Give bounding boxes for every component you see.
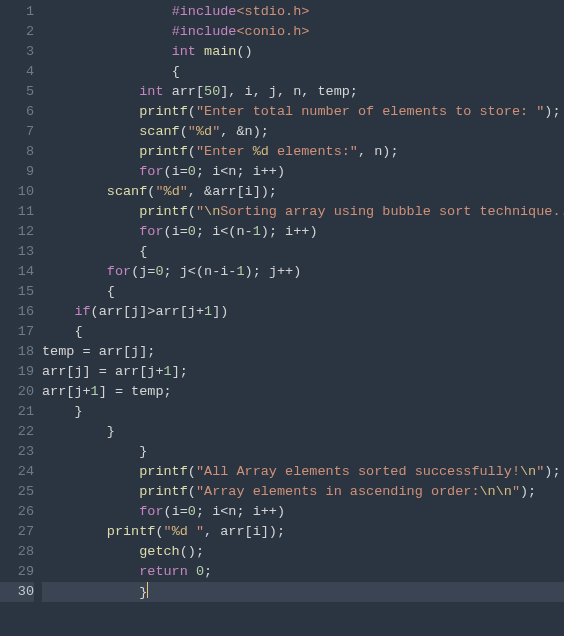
line-number: 6: [0, 102, 34, 122]
line-number: 19: [0, 362, 34, 382]
code-line[interactable]: printf("Enter total number of elements t…: [42, 102, 564, 122]
code-line[interactable]: {: [42, 242, 564, 262]
code-line[interactable]: getch();: [42, 542, 564, 562]
code-line[interactable]: for(i=0; i<(n-1); i++): [42, 222, 564, 242]
line-number: 25: [0, 482, 34, 502]
line-number: 13: [0, 242, 34, 262]
code-area[interactable]: #include<stdio.h> #include<conio.h> int …: [42, 2, 564, 636]
line-number: 14: [0, 262, 34, 282]
code-line[interactable]: int arr[50], i, j, n, temp;: [42, 82, 564, 102]
code-line[interactable]: }: [42, 422, 564, 442]
line-number: 8: [0, 142, 34, 162]
line-number: 4: [0, 62, 34, 82]
code-line[interactable]: printf("\nSorting array using bubble sor…: [42, 202, 564, 222]
line-number: 1: [0, 2, 34, 22]
code-line[interactable]: printf("%d ", arr[i]);: [42, 522, 564, 542]
line-number: 16: [0, 302, 34, 322]
line-number: 23: [0, 442, 34, 462]
code-line[interactable]: for(i=0; i<n; i++): [42, 162, 564, 182]
line-number: 10: [0, 182, 34, 202]
code-line[interactable]: {: [42, 322, 564, 342]
text-cursor: [147, 582, 148, 598]
code-line[interactable]: arr[j+1] = temp;: [42, 382, 564, 402]
code-line[interactable]: for(j=0; j<(n-i-1); j++): [42, 262, 564, 282]
code-line[interactable]: printf("Enter %d elements:", n);: [42, 142, 564, 162]
code-line[interactable]: }: [42, 402, 564, 422]
code-line[interactable]: return 0;: [42, 562, 564, 582]
line-number: 5: [0, 82, 34, 102]
code-line[interactable]: {: [42, 62, 564, 82]
code-line[interactable]: arr[j] = arr[j+1];: [42, 362, 564, 382]
code-line[interactable]: }: [42, 442, 564, 462]
line-number: 27: [0, 522, 34, 542]
code-line[interactable]: {: [42, 282, 564, 302]
line-number: 26: [0, 502, 34, 522]
line-number: 15: [0, 282, 34, 302]
line-number: 9: [0, 162, 34, 182]
line-number: 29: [0, 562, 34, 582]
line-number: 24: [0, 462, 34, 482]
line-number: 3: [0, 42, 34, 62]
line-number: 30: [0, 582, 34, 602]
line-number: 2: [0, 22, 34, 42]
line-number-gutter: 1234567891011121314151617181920212223242…: [0, 2, 42, 636]
code-line[interactable]: for(i=0; i<n; i++): [42, 502, 564, 522]
line-number: 7: [0, 122, 34, 142]
code-line[interactable]: #include<stdio.h>: [42, 2, 564, 22]
code-line[interactable]: #include<conio.h>: [42, 22, 564, 42]
code-line[interactable]: printf("All Array elements sorted succes…: [42, 462, 564, 482]
line-number: 21: [0, 402, 34, 422]
code-line[interactable]: int main(): [42, 42, 564, 62]
line-number: 28: [0, 542, 34, 562]
line-number: 12: [0, 222, 34, 242]
line-number: 20: [0, 382, 34, 402]
line-number: 11: [0, 202, 34, 222]
code-line[interactable]: scanf("%d", &n);: [42, 122, 564, 142]
code-editor[interactable]: 1234567891011121314151617181920212223242…: [0, 0, 564, 636]
code-line[interactable]: printf("Array elements in ascending orde…: [42, 482, 564, 502]
code-line[interactable]: temp = arr[j];: [42, 342, 564, 362]
code-line[interactable]: scanf("%d", &arr[i]);: [42, 182, 564, 202]
line-number: 18: [0, 342, 34, 362]
code-line[interactable]: if(arr[j]>arr[j+1]): [42, 302, 564, 322]
code-line[interactable]: }: [42, 582, 564, 602]
line-number: 22: [0, 422, 34, 442]
line-number: 17: [0, 322, 34, 342]
